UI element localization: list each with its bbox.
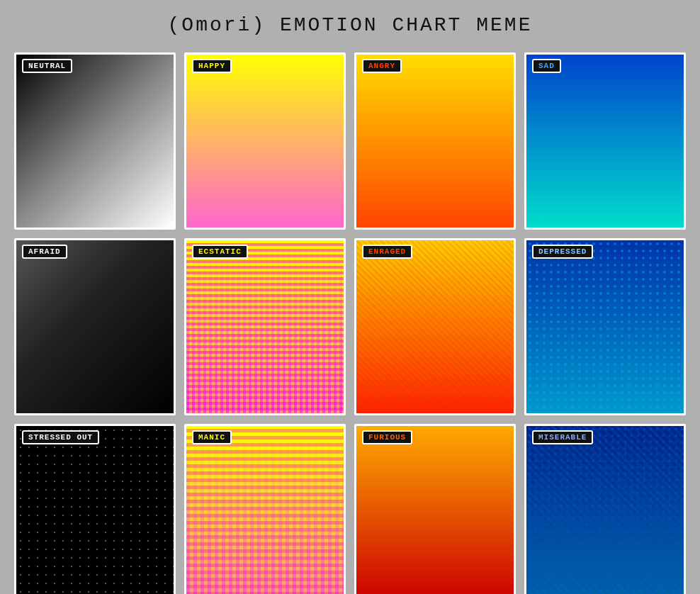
emotion-label-neutral: NEUTRAL — [22, 59, 72, 73]
page-title: (Omori) EMOTION CHART MEME — [168, 14, 533, 36]
emotion-cell-depressed: DEPRESSED — [524, 238, 686, 415]
emotion-label-enraged: ENRAGED — [362, 245, 412, 259]
emotion-cell-enraged: ENRAGED — [354, 238, 516, 415]
emotion-cell-furious: FURIOUS — [354, 424, 516, 594]
emotion-cell-miserable: MISERABLE — [524, 424, 686, 594]
dot-overlay — [526, 240, 684, 413]
speckle-overlay — [16, 426, 174, 594]
emotion-grid: NEUTRALHAPPYANGRYSADAFRAIDECSTATICENRAGE… — [11, 49, 689, 594]
emotion-cell-afraid: AFRAID — [14, 238, 176, 415]
emotion-label-angry: ANGRY — [362, 59, 402, 73]
emotion-label-miserable: MISERABLE — [532, 430, 593, 444]
emotion-cell-happy: HAPPY — [184, 52, 346, 230]
emotion-cell-sad: SAD — [524, 52, 686, 230]
emotion-cell-stressed: STRESSED OUT — [14, 424, 176, 594]
emotion-cell-neutral: NEUTRAL — [14, 52, 176, 230]
emotion-cell-angry: ANGRY — [354, 52, 516, 230]
emotion-label-stressed: STRESSED OUT — [22, 430, 99, 444]
emotion-label-sad: SAD — [532, 59, 561, 73]
emotion-label-ecstatic: ECSTATIC — [192, 245, 248, 259]
emotion-label-depressed: DEPRESSED — [532, 245, 593, 259]
emotion-label-happy: HAPPY — [192, 59, 232, 73]
emotion-label-manic: MANIC — [192, 430, 232, 444]
emotion-label-afraid: AFRAID — [22, 245, 67, 259]
dot-miserable-overlay — [526, 426, 684, 594]
emotion-label-furious: FURIOUS — [362, 430, 412, 444]
emotion-cell-manic: MANIC — [184, 424, 346, 594]
emotion-cell-ecstatic: ECSTATIC — [184, 238, 346, 415]
